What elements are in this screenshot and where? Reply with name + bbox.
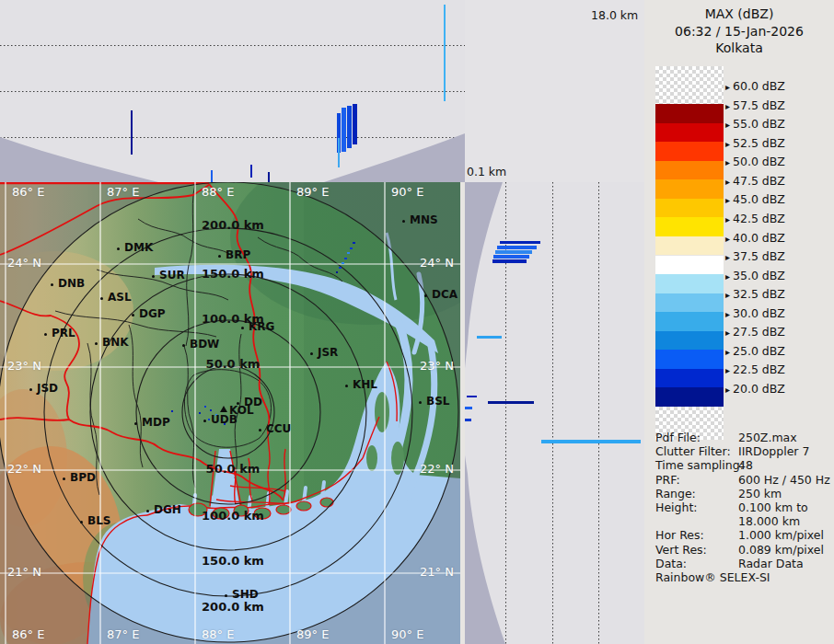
blind-cone-bottom <box>465 455 505 644</box>
scale-tick-label: ▸32.5 dBZ <box>725 287 785 301</box>
radar-echo <box>493 255 529 259</box>
radar-echo <box>208 419 210 420</box>
info-value: 250 km <box>738 487 782 500</box>
scale-tick-label: ▸30.0 dBZ <box>725 306 785 320</box>
blind-cone-top <box>465 182 503 368</box>
tick-arrow-icon: ▸ <box>725 101 730 111</box>
radar-echo <box>250 165 252 178</box>
scale-band-above-max <box>655 66 724 104</box>
radar-echo <box>541 440 641 443</box>
tick-arrow-icon: ▸ <box>725 252 730 262</box>
ew-projection-panel <box>0 0 465 182</box>
radar-echo <box>210 409 212 411</box>
info-value: 48 <box>738 458 753 472</box>
scale-tick-label: ▸20.0 dBZ <box>725 382 785 396</box>
product-datetime: 06:32 / 15-Jan-2026 <box>644 23 834 40</box>
radar-echo <box>353 104 357 144</box>
radar-echo <box>497 246 537 249</box>
scale-band <box>655 236 724 256</box>
scale-band <box>655 350 724 369</box>
scale-band <box>655 369 724 388</box>
radar-echo <box>488 401 534 404</box>
radar-echo <box>338 138 340 167</box>
tick-arrow-icon: ▸ <box>725 157 730 167</box>
blind-cone-left <box>0 137 158 182</box>
radar-echo <box>465 419 471 421</box>
info-label: Time sampling: <box>655 458 744 472</box>
info-value: 0.089 km/pixel <box>738 543 824 557</box>
scale-tick-label: ▸25.0 dBZ <box>725 344 785 358</box>
radar-echo <box>350 247 353 249</box>
tick-arrow-icon: ▸ <box>725 290 730 300</box>
radar-echo <box>339 267 342 269</box>
scale-band <box>655 256 724 275</box>
tick-arrow-icon: ▸ <box>725 271 730 282</box>
radar-echo <box>495 250 532 254</box>
scale-band <box>655 179 724 199</box>
map-plot <box>0 182 460 644</box>
tick-arrow-icon: ▸ <box>725 347 730 357</box>
ew-echoes <box>131 5 446 182</box>
ew-projection-plot <box>0 0 465 182</box>
radar-echo <box>342 108 346 152</box>
info-value: IIRDoppler 7 <box>738 444 809 458</box>
tick-arrow-icon: ▸ <box>725 139 730 149</box>
radar-echo <box>211 170 213 182</box>
info-value: 600 Hz / 450 Hz <box>738 473 830 487</box>
radar-echo <box>465 407 472 409</box>
info-value: Radar Data <box>738 557 804 570</box>
radar-echo <box>171 410 173 412</box>
tick-arrow-icon: ▸ <box>725 309 730 319</box>
tick-arrow-icon: ▸ <box>725 214 730 224</box>
radar-echo <box>215 414 217 416</box>
software-brand: Rainbow® SELEX-SI <box>655 570 770 584</box>
radar-echo <box>199 412 201 414</box>
tick-arrow-icon: ▸ <box>725 328 730 338</box>
radar-echo <box>444 5 446 101</box>
info-label: Height: <box>655 500 698 514</box>
scale-tick-label: ▸37.5 dBZ <box>725 249 785 263</box>
info-label: Pdf File: <box>655 431 701 444</box>
scale-tick-label: ▸40.0 dBZ <box>725 231 785 245</box>
tick-arrow-icon: ▸ <box>725 195 730 205</box>
scale-tick-label: ▸35.0 dBZ <box>725 269 785 282</box>
scale-band <box>655 274 724 293</box>
radar-echo <box>221 419 223 420</box>
info-value: 250Z.max <box>738 431 797 444</box>
tick-arrow-icon: ▸ <box>725 177 730 187</box>
info-label: PRF: <box>655 473 680 487</box>
height-axis-max-label: 18.0 km <box>591 8 638 22</box>
radar-echo <box>492 259 527 263</box>
radar-site-name: Kolkata <box>644 40 834 57</box>
info-label: Range: <box>655 487 696 500</box>
radar-echo <box>477 336 502 339</box>
scale-tick-label: ▸45.0 dBZ <box>725 192 785 206</box>
scale-tick-label: ▸47.5 dBZ <box>725 174 785 188</box>
radar-echo <box>268 172 270 182</box>
scale-band <box>655 217 724 236</box>
product-header: MAX (dBZ) 06:32 / 15-Jan-2026 Kolkata <box>644 6 834 57</box>
map-panel <box>0 182 460 644</box>
product-name: MAX (dBZ) <box>644 6 834 23</box>
corner-area <box>465 0 650 182</box>
info-label: Clutter Filter: <box>655 444 731 458</box>
info-label: Vert Res: <box>655 543 707 557</box>
ns-projection-panel <box>465 182 644 644</box>
radar-echo <box>131 110 133 155</box>
scale-tick-label: ▸27.5 dBZ <box>725 325 785 339</box>
info-value: 1.000 km/pixel <box>738 528 824 542</box>
tick-arrow-icon: ▸ <box>725 365 730 375</box>
scale-band <box>655 104 724 123</box>
scale-band <box>655 199 724 218</box>
tick-arrow-icon: ▸ <box>725 385 730 395</box>
radar-echo <box>204 406 206 408</box>
tick-arrow-icon: ▸ <box>725 234 730 244</box>
scale-band <box>655 123 724 143</box>
radar-echo <box>336 271 338 273</box>
scale-tick-label: ▸60.0 dBZ <box>725 79 785 93</box>
radar-echo <box>500 241 540 244</box>
radar-display-window: 18.0 km 0.1 km <box>0 0 834 644</box>
radar-echo <box>347 106 352 148</box>
scale-band <box>655 312 724 331</box>
scale-tick-label: ▸52.5 dBZ <box>725 136 785 150</box>
